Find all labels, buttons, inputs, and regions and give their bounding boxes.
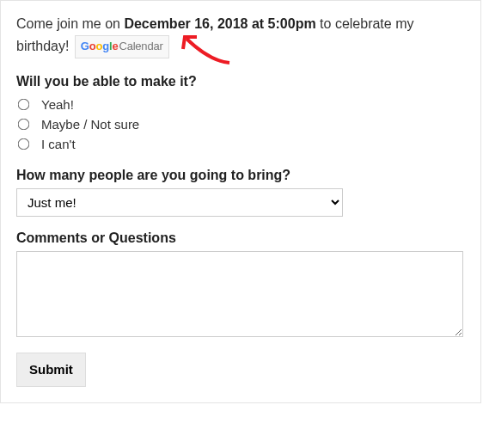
comments-textarea[interactable] [16, 251, 463, 337]
guests-select[interactable]: Just me! [16, 188, 343, 217]
submit-button[interactable]: Submit [16, 353, 86, 387]
intro-pre: Come join me on [16, 16, 124, 31]
rsvp-option[interactable]: Yeah! [16, 95, 465, 114]
rsvp-question: Will you be able to make it? [16, 74, 465, 89]
google-calendar-button[interactable]: GoogleCalendar [75, 35, 169, 59]
rsvp-option-label: I can't [41, 137, 76, 151]
intro-datetime: December 16, 2018 at 5:00pm [124, 16, 315, 31]
rsvp-radio[interactable] [18, 119, 30, 131]
rsvp-option-label: Maybe / Not sure [41, 117, 139, 132]
rsvp-radio[interactable] [18, 138, 30, 150]
comments-label: Comments or Questions [16, 230, 465, 246]
rsvp-option[interactable]: I can't [16, 134, 465, 154]
annotation-arrow-icon [180, 28, 240, 71]
guests-question: How many people are you going to bring? [16, 168, 465, 183]
rsvp-radio[interactable] [18, 99, 30, 111]
rsvp-option[interactable]: Maybe / Not sure [16, 114, 465, 134]
intro-text: Come join me on December 16, 2018 at 5:0… [16, 13, 465, 58]
rsvp-option-label: Yeah! [41, 97, 74, 112]
